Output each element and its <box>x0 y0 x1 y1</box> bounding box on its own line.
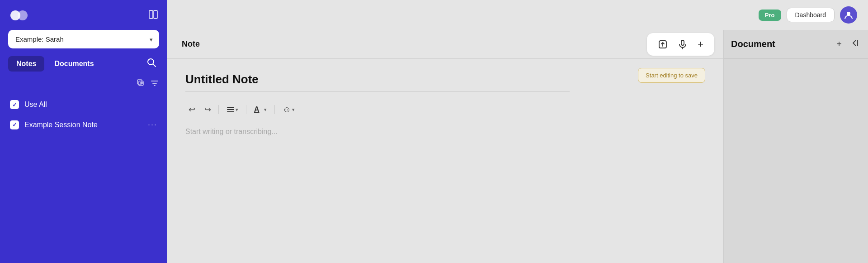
sidebar-tools <box>0 77 167 94</box>
note-toolbar: ↩ ↪ ▾ <box>185 100 705 117</box>
client-select[interactable]: Example: Sarah <box>8 30 159 48</box>
tab-notes[interactable]: Notes <box>8 56 44 72</box>
emoji-chevron-icon: ▾ <box>292 107 295 113</box>
document-collapse-button[interactable] <box>848 37 861 52</box>
copy-icon[interactable] <box>137 79 146 90</box>
align-icon <box>226 105 235 114</box>
document-body <box>724 59 868 263</box>
note-panel: Note <box>167 30 723 263</box>
note-placeholder: Start writing or transcribing... <box>185 124 705 136</box>
layout-toggle-icon[interactable] <box>148 10 158 22</box>
search-icon[interactable] <box>144 55 159 72</box>
alignment-chevron-icon: ▾ <box>236 107 238 113</box>
svg-point-10 <box>847 12 850 15</box>
underline-bar: _ <box>261 107 264 112</box>
text-format-chevron-icon: ▾ <box>264 107 267 113</box>
svg-point-1 <box>18 10 28 20</box>
svg-rect-6 <box>139 81 143 86</box>
note-body: Start editing to save ↩ ↪ <box>167 59 723 263</box>
svg-rect-2 <box>149 10 153 19</box>
text-format-dropdown[interactable]: A _ ▾ <box>250 103 270 116</box>
svg-line-5 <box>153 64 156 67</box>
text-format-icon: A <box>254 105 259 114</box>
sidebar-list: ✓ Use All ✓ Example Session Note ··· <box>0 94 167 136</box>
document-header-actions: + <box>835 37 861 52</box>
toolbar-divider <box>218 105 219 114</box>
svg-rect-3 <box>154 10 157 19</box>
document-panel: Document + <box>723 30 868 263</box>
logo-icon <box>9 8 29 23</box>
dashboard-button[interactable]: Dashboard <box>787 8 835 22</box>
list-item[interactable]: ✓ Use All <box>5 96 163 114</box>
client-select-wrapper: Example: Sarah ▾ <box>8 30 159 48</box>
more-options-icon[interactable]: ··· <box>148 120 157 129</box>
add-button[interactable]: + <box>694 37 707 52</box>
microphone-button[interactable] <box>674 38 691 51</box>
document-add-button[interactable]: + <box>835 37 844 51</box>
checkmark-icon: ✓ <box>12 121 17 128</box>
document-header: Document + <box>724 30 868 59</box>
use-all-label: Use All <box>24 100 157 109</box>
toolbar-divider <box>246 105 246 114</box>
note-header-title: Note <box>182 39 647 49</box>
example-note-checkbox[interactable]: ✓ <box>10 120 19 129</box>
sidebar-top <box>0 0 167 27</box>
note-header-actions: + <box>647 33 714 56</box>
filter-icon[interactable] <box>150 79 159 90</box>
redo-button[interactable]: ↪ <box>201 102 214 117</box>
main-area: Pro Dashboard Note <box>167 0 868 263</box>
svg-rect-12 <box>681 40 684 45</box>
avatar[interactable] <box>840 6 857 24</box>
save-hint-label: Start editing to save <box>638 68 705 83</box>
note-header: Note <box>167 30 723 59</box>
sidebar: Example: Sarah ▾ Notes Documents <box>0 0 167 263</box>
tab-documents[interactable]: Documents <box>46 56 102 72</box>
undo-button[interactable]: ↩ <box>185 102 198 117</box>
pro-badge: Pro <box>759 10 781 21</box>
toolbar-divider <box>274 105 275 114</box>
example-note-label: Example Session Note <box>24 121 142 129</box>
document-panel-title: Document <box>731 39 835 49</box>
emoji-icon: ☺ <box>283 105 291 115</box>
client-select-container: Example: Sarah ▾ <box>8 30 159 48</box>
sidebar-tabs: Notes Documents <box>0 55 167 72</box>
logo <box>9 8 29 23</box>
note-title-input[interactable] <box>185 72 570 91</box>
topbar: Pro Dashboard <box>167 0 868 30</box>
checkmark-icon: ✓ <box>12 101 17 108</box>
emoji-dropdown[interactable]: ☺ ▾ <box>279 103 298 117</box>
list-item[interactable]: ✓ Example Session Note ··· <box>5 115 163 134</box>
use-all-checkbox[interactable]: ✓ <box>10 100 19 109</box>
alignment-dropdown[interactable]: ▾ <box>223 103 242 116</box>
upload-button[interactable] <box>654 38 671 51</box>
content-area: Note <box>167 30 868 263</box>
